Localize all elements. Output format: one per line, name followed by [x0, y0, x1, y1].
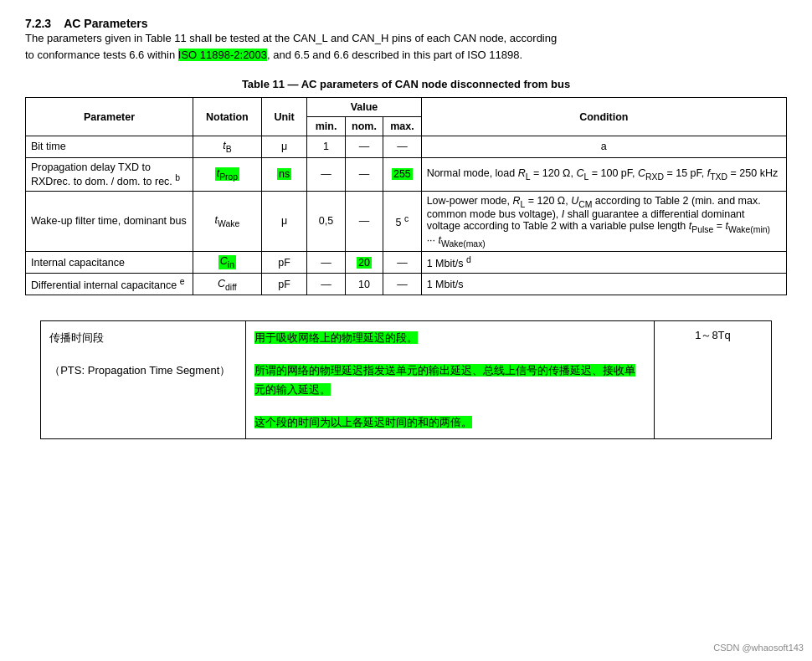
cell-max: — [383, 136, 421, 158]
cell-parameter: Propagation delay TXD to RXDrec. to dom.… [26, 157, 193, 191]
bottom-left-cell: 传播时间段 （PTS: Propagation Time Segment） [41, 321, 245, 439]
cell-parameter: Differential internal capacitance e [26, 274, 193, 295]
intro-paragraph: The parameters given in Table 11 shall b… [25, 30, 787, 63]
cell-min: 1 [307, 136, 345, 158]
header-value: Value [307, 98, 421, 117]
cell-notation: tWake [193, 191, 261, 252]
header-unit: Unit [261, 98, 307, 136]
header-max: max. [383, 117, 421, 136]
bottom-table-row: 传播时间段 （PTS: Propagation Time Segment） 用于… [41, 321, 772, 439]
table-row: Wake-up filter time, dominant bus tWake … [26, 191, 787, 252]
cell-condition: Low-power mode, RL = 120 Ω, UCM accordin… [421, 191, 786, 252]
table-title: Table 11 — AC parameters of CAN node dis… [25, 78, 787, 90]
cell-parameter: Bit time [26, 136, 193, 158]
cell-unit: pF [261, 252, 307, 274]
cell-min: — [307, 252, 345, 274]
table-row: Internal capacitance Cin pF — 20 — 1 Mbi… [26, 252, 787, 274]
cell-nom: — [345, 136, 383, 158]
header-nom: nom. [345, 117, 383, 136]
header-min: min. [307, 117, 345, 136]
header-parameter: Parameter [26, 98, 193, 136]
section-number: 7.2.3 AC Parameters [25, 17, 148, 30]
cell-unit: ns [261, 157, 307, 191]
bottom-left-subtitle: （PTS: Propagation Time Segment） [49, 361, 236, 380]
cell-unit: μ [261, 136, 307, 158]
watermark: CSDN @whaosoft143 [713, 643, 804, 653]
cell-nom: 20 [345, 252, 383, 274]
bottom-line-1: 用于吸收网络上的物理延迟的段。 [254, 328, 646, 347]
bottom-left-title: 传播时间段 [49, 328, 236, 347]
cell-unit: μ [261, 191, 307, 252]
cell-notation: Cdiff [193, 274, 261, 295]
bottom-middle-cell: 用于吸收网络上的物理延迟的段。 所谓的网络的物理延迟指发送单元的输出延迟、总线上… [245, 321, 655, 439]
cell-min: — [307, 274, 345, 295]
table-row: Propagation delay TXD to RXDrec. to dom.… [26, 157, 787, 191]
cell-nom: — [345, 157, 383, 191]
header-notation: Notation [193, 98, 261, 136]
cell-condition: a [421, 136, 786, 158]
cell-notation: tB [193, 136, 261, 158]
cell-min: — [307, 157, 345, 191]
bottom-table: 传播时间段 （PTS: Propagation Time Segment） 用于… [40, 320, 772, 439]
bottom-line-3: 这个段的时间为以上各延迟时间的和的两倍。 [254, 412, 646, 432]
table-row: Differential internal capacitance e Cdif… [26, 274, 787, 295]
iso-link[interactable]: ISO 11898-2:2003 [178, 49, 267, 61]
bottom-line-2: 所谓的网络的物理延迟指发送单元的输出延迟、总线上信号的传播延迟、接收单元的输入延… [254, 361, 646, 400]
cell-condition: 1 Mbit/s d [421, 252, 786, 274]
table-row: Bit time tB μ 1 — — a [26, 136, 787, 158]
cell-max: — [383, 252, 421, 274]
cell-nom: 10 [345, 274, 383, 295]
section-header: 7.2.3 AC Parameters [25, 17, 787, 30]
cell-max: 5 c [383, 191, 421, 252]
ac-params-table: Parameter Notation Unit Value Condition … [25, 97, 787, 295]
cell-condition: 1 Mbit/s [421, 274, 786, 295]
bottom-right-cell: 1～8Tq [655, 321, 772, 439]
cell-max: 255 [383, 157, 421, 191]
cell-max: — [383, 274, 421, 295]
header-condition: Condition [421, 98, 786, 136]
cell-notation: tProp [193, 157, 261, 191]
cell-unit: pF [261, 274, 307, 295]
cell-notation: Cin [193, 252, 261, 274]
cell-condition: Normal mode, load RL = 120 Ω, CL = 100 p… [421, 157, 786, 191]
cell-min: 0,5 [307, 191, 345, 252]
cell-nom: — [345, 191, 383, 252]
cell-parameter: Wake-up filter time, dominant bus [26, 191, 193, 252]
cell-parameter: Internal capacitance [26, 252, 193, 274]
